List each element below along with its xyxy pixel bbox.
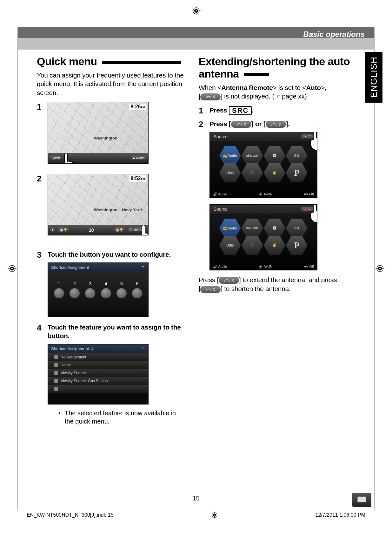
hex-usb: USB xyxy=(219,236,241,255)
hex-ipod: 🎵 xyxy=(242,163,263,182)
heading-text: Quick menu xyxy=(37,55,97,67)
shortcut-slot: 3 xyxy=(83,281,97,298)
step-1-text: Press SRC. xyxy=(209,106,355,115)
step-number: 1 xyxy=(37,102,48,170)
antenna-button-icon: 🚗 ⇈ xyxy=(301,134,313,139)
antenna-down-icon xyxy=(200,286,221,293)
registration-mark-icon xyxy=(8,264,17,273)
footer-avoff: AV-Off xyxy=(304,265,314,269)
step-number: 4 xyxy=(37,323,48,425)
step-number: 3 xyxy=(37,250,48,317)
hex-bt: 🖐 xyxy=(264,236,285,255)
footer: EN_KW-NT500HDT_NT300[J].indb 15 12/7/201… xyxy=(27,509,365,519)
antenna-heading: Extending/shortening the auto antenna xyxy=(199,55,355,80)
step-4-text: Touch the feature you want to assign to … xyxy=(48,323,186,340)
hex-bt: 🖐 xyxy=(264,163,285,182)
shortcut-title: Shortcut Assignment xyxy=(51,265,89,270)
right-column: Extending/shortening the auto antenna Wh… xyxy=(199,55,355,429)
step-2-text: Press [] or []. xyxy=(209,119,355,128)
back-icon: ↰ xyxy=(142,265,145,270)
customize-button: Customize xyxy=(128,228,146,232)
shortcut-list-screenshot: Shortcut Assignment: 4 ↰ No Assignment H… xyxy=(48,344,149,404)
src-button: SRC xyxy=(229,106,252,115)
svg-point-14 xyxy=(379,268,381,269)
list-item: No Assignment xyxy=(48,353,148,361)
antenna-after-text: Press [] to extend the antenna, and pres… xyxy=(199,275,355,294)
antenna-up-icon xyxy=(231,121,251,128)
hex-p: P xyxy=(286,236,308,255)
shortcut-slot: 1 xyxy=(52,281,66,298)
hex-disc: 💿 xyxy=(264,146,285,165)
footer-file: EN_KW-NT500HDT_NT300[J].indb 15 xyxy=(27,512,114,518)
source-label: Source xyxy=(214,134,228,139)
map-screenshot-2: 8:52PM Washington Navy Yard ▾ 🏠💡 10 🏠💡 C… xyxy=(48,174,149,235)
icon-button: 🏠💡 xyxy=(114,228,125,232)
list-item: Vicinity Search: Gas Station xyxy=(48,377,148,385)
list-item: Home xyxy=(48,361,148,369)
hex-sd: SD xyxy=(286,146,308,165)
registration-mark-icon xyxy=(375,264,384,273)
bullet-text: The selected feature is now available in… xyxy=(65,409,186,425)
step-number: 1 xyxy=(199,106,209,116)
footer-avin: ⚡ AV-IN xyxy=(258,265,272,269)
hex-radio: 📻 Radio xyxy=(219,219,241,238)
footer-date: 12/7/2011 1:06:00 PM xyxy=(316,512,365,518)
antenna-up-icon xyxy=(219,277,239,284)
radio-button: ▶ Radio xyxy=(131,156,146,160)
icon-button: 🏠💡 xyxy=(58,228,69,232)
map-time: 8:26PM xyxy=(129,104,146,110)
hex-ipod: 🎵 xyxy=(242,236,263,255)
footer-audio: 🔊 Audio xyxy=(213,192,227,196)
footer-audio: 🔊 Audio xyxy=(213,265,227,269)
section-title: Basic operations xyxy=(303,30,365,39)
book-icon xyxy=(352,493,371,507)
list-title: Shortcut Assignment: 4 xyxy=(51,346,94,351)
shortcut-assignment-screenshot: Shortcut Assignment ↰ 1 2 3 4 5 6 xyxy=(48,262,149,317)
step-number: 2 xyxy=(199,119,209,270)
map-screenshot-1: 8:26PM Washington Quick ▶ Radio xyxy=(48,102,149,164)
footer-avoff: AV-Off xyxy=(304,192,314,196)
source-label: Source xyxy=(214,207,228,212)
distance: 10 xyxy=(72,228,111,233)
shortcut-slot: 4 xyxy=(99,281,113,298)
header-bar: Basic operations xyxy=(18,27,374,50)
bullet-icon: • xyxy=(58,409,65,425)
page-frame: Basic operations Quick menu You can assi… xyxy=(17,27,375,510)
svg-point-19 xyxy=(214,514,215,515)
language-tab: ENGLISH xyxy=(365,52,382,103)
shortcut-slot: 6 xyxy=(130,281,144,298)
list-item: … xyxy=(48,385,148,393)
footer-avin: ⚡ AV-IN xyxy=(258,192,272,196)
list-item: Vicinity Search xyxy=(48,369,148,377)
left-column: Quick menu You can assign your frequentl… xyxy=(37,55,186,429)
hex-sirius: SiriusXM xyxy=(242,146,263,165)
hex-sirius: SiriusXM xyxy=(242,219,263,238)
back-icon: ↰ xyxy=(142,346,145,351)
quick-button: Quick xyxy=(50,156,62,160)
quick-menu-intro: You can assign your frequently used feat… xyxy=(37,71,186,97)
map-city-label: Washington xyxy=(94,136,117,140)
shortcut-slot: 5 xyxy=(114,281,129,298)
step-3-text: Touch the button you want to configure. xyxy=(48,250,186,259)
svg-point-9 xyxy=(11,268,13,269)
registration-mark-icon xyxy=(211,512,218,519)
svg-point-4 xyxy=(196,10,197,11)
antenna-intro: When <Antenna Remote> is set to <Auto>, … xyxy=(199,83,355,101)
hex-usb: USB xyxy=(219,163,241,182)
map-city-label: Washington Navy Yard xyxy=(94,207,142,212)
antenna-up-icon xyxy=(200,93,221,100)
map-time: 8:52PM xyxy=(129,175,146,182)
heading-text: Extending/shortening the auto antenna xyxy=(199,55,350,80)
page-number: 15 xyxy=(192,495,199,502)
source-screenshot-2: Source 🚗 ⇊ 📻 Radio SiriusXM 💿 SD USB 🎵 xyxy=(209,204,317,270)
hex-sd: SD xyxy=(286,219,308,238)
antenna-button-icon: 🚗 ⇊ xyxy=(301,207,313,211)
step-number: 2 xyxy=(37,174,48,242)
antenna-down-icon xyxy=(266,121,286,128)
shortcut-slot: 2 xyxy=(67,281,82,298)
hex-disc: 💿 xyxy=(264,219,285,238)
registration-mark-icon xyxy=(192,6,201,15)
quick-menu-heading: Quick menu xyxy=(37,55,186,68)
hex-radio: 📻 Radio xyxy=(219,146,241,165)
back-button: ▾ xyxy=(50,228,55,232)
